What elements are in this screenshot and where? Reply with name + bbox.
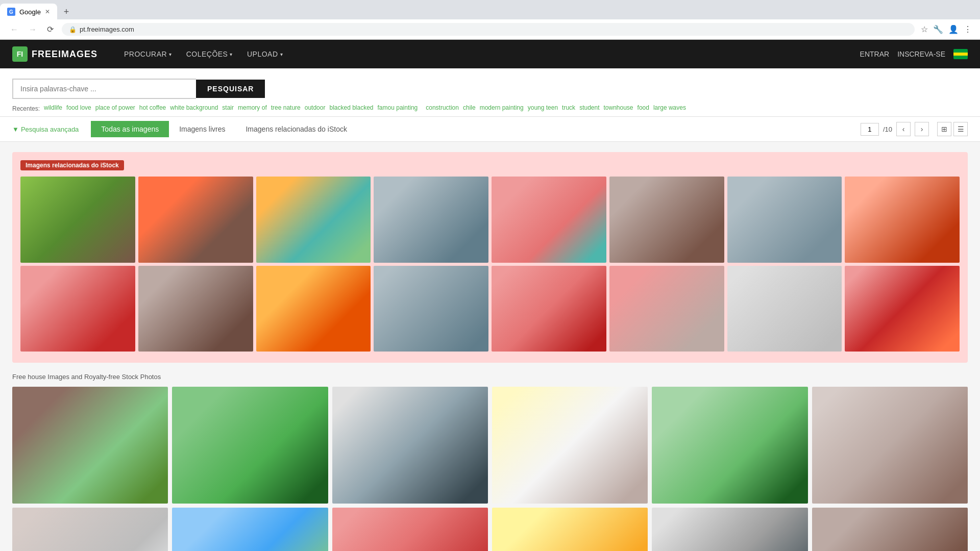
nav-item-procurar[interactable]: PROCURAR ▾ (118, 46, 178, 62)
tab-close-button[interactable]: ✕ (45, 8, 50, 15)
recent-tag-tree-nature[interactable]: tree nature (271, 104, 301, 111)
recent-tag-blacked-blacked[interactable]: blacked blacked (329, 104, 373, 111)
recent-tag-townhouse[interactable]: townhouse (604, 104, 633, 111)
istock-image[interactable] (256, 177, 371, 263)
pagination-area: 1 /10 ‹ › ⊞ ☰ (861, 122, 968, 136)
logo-text: FREEIMAGES (32, 49, 97, 60)
tab-free-images[interactable]: Imagens livres (169, 121, 235, 137)
istock-image[interactable] (727, 177, 842, 263)
page-prev-button[interactable]: ‹ (896, 122, 911, 136)
free-image[interactable] (652, 508, 807, 551)
tab-all-images[interactable]: Todas as imagens (91, 121, 169, 137)
recent-tag-outdoor[interactable]: outdoor (305, 104, 326, 111)
browser-action-buttons: ☆ 🔧 👤 ⋮ (921, 24, 972, 34)
header-right: ENTRAR INSCREVA-SE (860, 49, 968, 59)
signup-button[interactable]: INSCREVA-SE (897, 50, 945, 58)
recent-tag-chile[interactable]: chile (463, 104, 476, 111)
istock-image[interactable] (492, 266, 606, 352)
menu-icon[interactable]: ⋮ (964, 24, 972, 34)
chevron-down-icon: ▾ (280, 52, 283, 57)
recent-tag-truck[interactable]: truck (562, 104, 575, 111)
recent-tag-modern-painting[interactable]: modern painting (480, 104, 524, 111)
search-button[interactable]: PESQUISAR (196, 80, 265, 98)
free-image[interactable] (332, 387, 488, 504)
free-image[interactable] (172, 508, 328, 551)
recent-tag-white-background[interactable]: white background (170, 104, 218, 111)
free-section-label: Free house Images and Royalty-free Stock… (12, 373, 968, 381)
browser-chrome: G Google ✕ + ← → ⟳ 🔒 pt.freeimages.com ☆… (0, 0, 980, 40)
page-number-input[interactable]: 1 (861, 123, 879, 136)
recent-tag-wildlife[interactable]: wildlife (44, 104, 62, 111)
login-button[interactable]: ENTRAR (860, 50, 890, 58)
grid-view-button[interactable]: ⊞ (937, 122, 951, 136)
free-image[interactable] (652, 387, 807, 504)
search-row: PESQUISAR (12, 79, 968, 99)
advanced-search-label: Pesquisa avançada (21, 126, 79, 133)
recent-tag-food-love[interactable]: food love (66, 104, 91, 111)
browser-back-button[interactable]: ← (8, 23, 20, 36)
istock-image[interactable] (374, 266, 488, 352)
recent-tag-famou-painting[interactable]: famou painting (378, 104, 418, 111)
new-tab-button[interactable]: + (59, 5, 74, 19)
istock-image[interactable] (138, 177, 253, 263)
free-image[interactable] (812, 387, 968, 504)
profile-icon[interactable]: 👤 (948, 24, 959, 34)
nav-item-upload[interactable]: UPLOAD ▾ (241, 46, 289, 62)
app-header: FI FREEIMAGES PROCURAR ▾ COLEÇÕES ▾ UPLO… (0, 40, 980, 68)
free-grid-row-1 (12, 387, 968, 504)
bookmark-icon[interactable]: ☆ (921, 24, 928, 34)
browser-forward-button[interactable]: → (27, 23, 39, 36)
recent-tag-construction[interactable]: construction (426, 104, 459, 111)
istock-image[interactable] (20, 266, 135, 352)
recent-tags-list: wildlife food love place of power hot co… (44, 104, 686, 111)
free-image[interactable] (492, 387, 648, 504)
nav-label-procurar: PROCURAR (124, 50, 167, 58)
istock-image[interactable] (609, 177, 724, 263)
address-bar[interactable]: 🔒 pt.freeimages.com (62, 23, 915, 36)
istock-image[interactable] (138, 266, 253, 352)
istock-image[interactable] (256, 266, 371, 352)
free-image[interactable] (492, 508, 648, 551)
browser-tab[interactable]: G Google ✕ (0, 4, 57, 20)
istock-image[interactable] (845, 266, 960, 352)
free-image[interactable] (812, 508, 968, 551)
browser-tab-bar: G Google ✕ + (0, 0, 980, 19)
istock-image[interactable] (609, 266, 724, 352)
recent-tag-large-waves[interactable]: large waves (653, 104, 686, 111)
browser-reload-button[interactable]: ⟳ (45, 22, 56, 36)
filter-bar: ▼ Pesquisa avançada Todas as imagens Ima… (0, 117, 980, 142)
istock-section: Imagens relacionadas do iStock (12, 152, 968, 363)
tab-istock-images[interactable]: Imagens relacionadas do iStock (235, 121, 357, 137)
istock-image[interactable] (374, 177, 488, 263)
search-input[interactable] (12, 79, 196, 99)
nav-item-colecoes[interactable]: COLEÇÕES ▾ (180, 46, 239, 62)
free-image[interactable] (332, 508, 488, 551)
istock-image[interactable] (20, 177, 135, 263)
logo-area[interactable]: FI FREEIMAGES (12, 46, 97, 62)
free-image[interactable] (12, 508, 168, 551)
recent-tag-place-of-power[interactable]: place of power (95, 104, 135, 111)
recent-tag-young-teen[interactable]: young teen (528, 104, 558, 111)
recent-tag-memory-of[interactable]: memory of (238, 104, 267, 111)
list-view-button[interactable]: ☰ (953, 122, 968, 136)
free-images-section: Free house Images and Royalty-free Stock… (12, 373, 968, 551)
main-content: Imagens relacionadas do iStock Free hous… (0, 142, 980, 551)
free-image[interactable] (172, 387, 328, 504)
logo-icon: FI (12, 46, 28, 62)
recent-tag-student[interactable]: student (579, 104, 599, 111)
address-text: pt.freeimages.com (80, 26, 134, 33)
search-section: PESQUISAR Recentes: wildlife food love p… (0, 68, 980, 117)
security-icon: 🔒 (69, 26, 77, 33)
recent-tag-stair[interactable]: stair (222, 104, 234, 111)
page-next-button[interactable]: › (915, 122, 929, 136)
istock-image[interactable] (845, 177, 960, 263)
free-image[interactable] (12, 387, 168, 504)
extension-icon[interactable]: 🔧 (933, 24, 943, 34)
language-flag-icon[interactable] (953, 49, 968, 59)
recent-tag-hot-coffee[interactable]: hot coffee (139, 104, 166, 111)
istock-image[interactable] (492, 177, 606, 263)
istock-image[interactable] (727, 266, 842, 352)
recent-tag-food[interactable]: food (638, 104, 649, 111)
free-grid-row-2 (12, 508, 968, 551)
advanced-search-button[interactable]: ▼ Pesquisa avançada (12, 126, 79, 133)
